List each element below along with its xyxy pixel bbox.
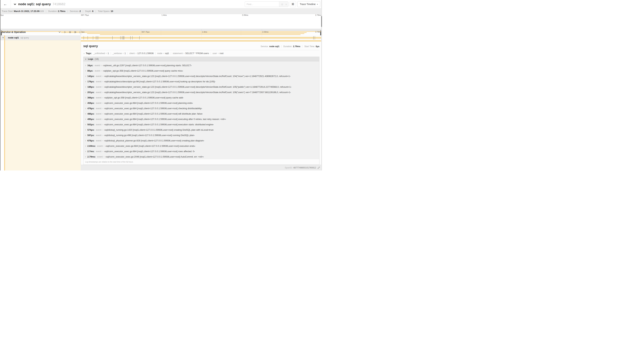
span-collapse-chevron-icon[interactable]	[2, 36, 4, 39]
log-field-key: event	[96, 139, 102, 142]
log-entry[interactable]: ›2.69ms:event=‹sql/conn_executor_exec.go…	[84, 143, 319, 149]
stat-value: March 31 2022, 17:25:09.326	[14, 10, 44, 13]
log-entry[interactable]: ›2.7ms:event=‹sql/conn_executor_exec.go:…	[84, 149, 319, 154]
log-expand-chevron-icon[interactable]: ›	[85, 96, 86, 99]
log-expand-chevron-icon[interactable]: ›	[85, 85, 86, 88]
log-expand-chevron-icon[interactable]: ›	[85, 112, 86, 115]
log-marker-tick[interactable]	[313, 36, 314, 40]
collapse-trace-chevron-icon[interactable]	[14, 3, 16, 6]
tags-row[interactable]: › Tags: _unfinished=1_verbose=1client=12…	[83, 50, 320, 56]
view-selector-button[interactable]: Trace Timeline ▾	[298, 1, 320, 7]
log-entry[interactable]: ›502μs:event=‹sql/conn_executor_exec.go:…	[84, 122, 319, 127]
log-expand-chevron-icon[interactable]: ›	[85, 107, 86, 110]
log-expand-chevron-icon[interactable]: ›	[85, 102, 86, 104]
log-entry[interactable]: ›201μs:event=‹sql/catalog/lease/descript…	[84, 89, 319, 95]
log-entry[interactable]: ›678μs:event=‹sql/distsql_physical_plann…	[84, 138, 319, 143]
log-expand-chevron-icon[interactable]: ›	[85, 139, 86, 142]
keyboard-shortcuts-button[interactable]: ⌘	[290, 1, 296, 7]
back-button[interactable]: ←	[0, 0, 11, 8]
ruler-grid-line	[262, 29, 262, 35]
log-marker-tick[interactable]	[130, 36, 130, 40]
log-entry[interactable]: ›476μs:event=‹sql/conn_executor_exec.go:…	[84, 106, 319, 111]
log-message: ‹sql/distsql_physical_planner.go:828 [ns…	[104, 139, 204, 142]
expand-all-icon[interactable]	[74, 31, 76, 34]
log-entry[interactable]: ›2.79ms:event=‹sql/conn_executor_exec.go…	[84, 154, 319, 159]
log-marker-tick[interactable]	[120, 36, 120, 40]
log-marker-tick[interactable]	[88, 36, 88, 40]
span-timeline-cell[interactable]	[81, 35, 322, 40]
find-input[interactable]	[245, 2, 279, 7]
log-marker-tick[interactable]	[112, 36, 112, 40]
log-entry[interactable]: ›495μs:event=‹sql/conn_executor_exec.go:…	[84, 116, 319, 122]
logs-collapse-chevron-icon[interactable]: ∨	[85, 58, 86, 60]
tag-key: node	[157, 52, 162, 55]
log-entry[interactable]: ›142μs:event=‹sql/catalog/lease/descript…	[84, 73, 319, 79]
log-equals: =	[103, 145, 105, 147]
tag-item[interactable]: client=127.0.0.1:59936	[129, 52, 154, 55]
log-expand-chevron-icon[interactable]: ›	[85, 128, 86, 131]
log-expand-chevron-icon[interactable]: ›	[85, 64, 86, 67]
overview-label: Start Time:	[304, 45, 315, 48]
log-expand-chevron-icon[interactable]: ›	[85, 91, 86, 94]
log-marker-tick[interactable]	[93, 36, 93, 40]
trace-id: 7418682	[53, 2, 66, 6]
timeline-minimap-wrap: 0μs697.75μs1.4ms2.09ms2.79ms	[0, 14, 322, 27]
overview-separator	[281, 45, 282, 48]
log-expand-chevron-icon[interactable]: ›	[85, 155, 86, 158]
tag-item[interactable]: node=sql1	[157, 52, 169, 55]
log-entry[interactable]: ›459μs:event=‹sql/conn_executor_exec.go:…	[84, 100, 319, 106]
page-scrollbar[interactable]	[321, 0, 322, 171]
detail-span-bar[interactable]	[81, 40, 322, 42]
log-expand-chevron-icon[interactable]: ›	[85, 75, 86, 78]
collapse-one-icon[interactable]	[58, 31, 61, 34]
log-marker-tick[interactable]	[132, 36, 132, 40]
log-expand-chevron-icon[interactable]: ›	[85, 123, 86, 126]
log-entry[interactable]: ›366μs:event=‹sql/plan_opt.go:358 [nsql1…	[84, 95, 319, 100]
log-message: ‹sql/conn_executor_exec.go:684 [nsql1,cl…	[106, 145, 196, 147]
log-message: ‹sql/distsql_running.go:498 [nsql1,clien…	[104, 134, 194, 137]
log-message: ‹sql/exec_util.go:2297 [nsql1,client=127…	[103, 64, 192, 67]
locate-icon[interactable]: ◎	[281, 3, 283, 5]
log-marker-tick[interactable]	[139, 36, 140, 40]
log-entry[interactable]: ›80μs:event=‹sql/plan_opt.go:358 [nsql1,…	[84, 68, 319, 73]
tag-item[interactable]: user=root	[212, 52, 224, 55]
log-entry[interactable]: ›597μs:event=‹sql/distsql_running.go:498…	[84, 132, 319, 138]
tag-item[interactable]: statement=SELECT * FROM users	[173, 52, 209, 55]
minimap-ruler: 0μs697.75μs1.4ms2.09ms2.79ms	[0, 14, 322, 17]
overview-value: 2.79ms	[293, 45, 300, 48]
scrollbar-thumb[interactable]	[321, 16, 322, 27]
log-entry[interactable]: ›486μs:event=‹sql/conn_executor_exec.go:…	[84, 111, 319, 116]
log-entry[interactable]: ›574μs:event=‹sql/distsql_running.go:142…	[84, 127, 319, 132]
collapse-all-icon[interactable]	[69, 31, 71, 34]
log-expand-chevron-icon[interactable]: ›	[85, 134, 86, 137]
log-expand-chevron-icon[interactable]: ›	[85, 80, 86, 83]
log-timestamp: 495μs:	[88, 118, 94, 120]
tag-item[interactable]: _unfinished=1	[94, 52, 109, 55]
log-entry[interactable]: ›189μs:event=‹sql/catalog/lease/descript…	[84, 84, 319, 89]
trace-stats-bar: Trace StartMarch 31 2022, 17:25:09.326|D…	[0, 8, 322, 14]
ruler-tick-label: 697.75μs	[142, 31, 150, 33]
log-entry[interactable]: ›176μs:event=‹sql/catalog/descs/descript…	[84, 79, 319, 84]
log-marker-tick[interactable]	[84, 36, 84, 40]
column-resizer-grip[interactable]	[80, 31, 80, 33]
span-name-cell[interactable]: node sql1 sql query	[0, 35, 81, 40]
expand-one-icon[interactable]	[64, 31, 66, 34]
span-duration-bar[interactable]	[81, 37, 322, 39]
tag-item[interactable]: _verbose=1	[112, 52, 126, 55]
deep-link-icon[interactable]	[318, 167, 320, 169]
ruler-tick-label: 697.75μs	[81, 14, 89, 16]
ruler-tick-label: 2.79ms	[315, 14, 322, 16]
prev-match-icon[interactable]: ∧	[285, 3, 287, 5]
logs-header[interactable]: ∨ Logs (18)	[84, 57, 319, 61]
log-expand-chevron-icon[interactable]: ›	[85, 145, 86, 147]
tags-expand-chevron-icon[interactable]: ›	[84, 52, 84, 55]
log-entry[interactable]: ›34μs:event=‹sql/exec_util.go:2297 [nsql…	[84, 63, 319, 68]
stat-value: 10	[110, 10, 113, 13]
log-marker-tick[interactable]	[315, 36, 315, 40]
overview-value: node sql1	[269, 45, 280, 48]
log-expand-chevron-icon[interactable]: ›	[85, 69, 86, 72]
log-marker-tick[interactable]	[98, 36, 98, 40]
log-marker-tick[interactable]	[123, 36, 123, 40]
log-expand-chevron-icon[interactable]: ›	[85, 118, 86, 120]
log-expand-chevron-icon[interactable]: ›	[85, 150, 86, 153]
